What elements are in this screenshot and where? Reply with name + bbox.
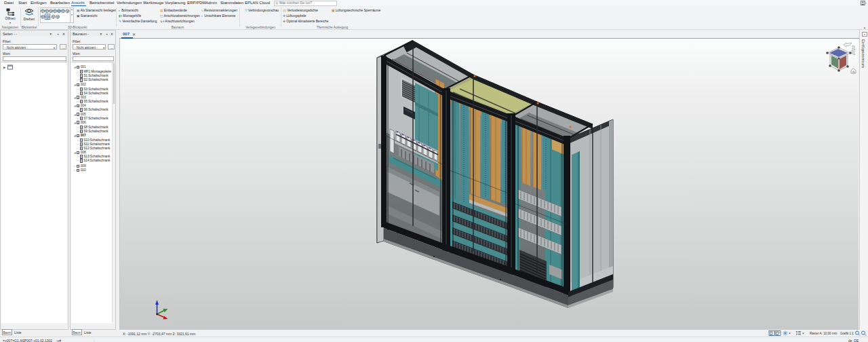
svg-text:Grafik 1:1: Grafik 1:1	[840, 332, 854, 335]
svg-text:Raster A: 10,00 mm: Raster A: 10,00 mm	[810, 332, 837, 335]
